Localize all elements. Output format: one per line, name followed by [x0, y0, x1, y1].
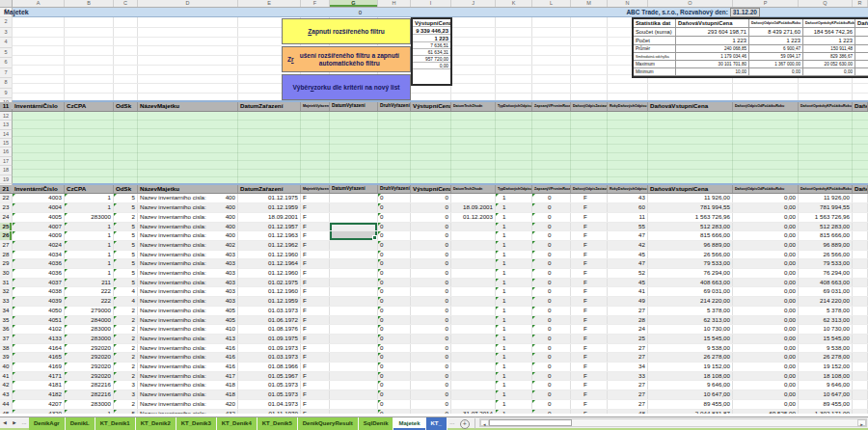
cell-DaňovýOdpisZastaven[interactable]: F: [571, 269, 608, 279]
cell-DatumTechZhodn[interactable]: 18.09.2001: [451, 203, 496, 213]
cell-DatumVyřazení[interactable]: [330, 381, 378, 390]
row-number-28[interactable]: 28: [0, 250, 13, 259]
row-number-40[interactable]: 40: [0, 363, 13, 372]
cell-DruhVyřazení[interactable]: 0: [378, 306, 411, 315]
cell-OdSk[interactable]: 2: [114, 306, 138, 315]
column-header-Daňov[interactable]: Daňov: [853, 185, 868, 194]
column-header-CzCPA[interactable]: CzCPA: [65, 185, 114, 194]
cell-VýstupníCena[interactable]: 0: [411, 240, 451, 250]
cell-InventárníČíslo[interactable]: 4004: [13, 203, 65, 213]
cell-DatumTechZhodn[interactable]: [451, 353, 496, 363]
scroll-right-arrow[interactable]: ▸: [857, 419, 866, 426]
cell-DatumVyřazení[interactable]: [330, 240, 378, 250]
cell-DaňovýOdpisOdPočátkuRoku[interactable]: 0,00: [733, 315, 799, 325]
cell-DaňovýOdpisOdPočátkuRoku[interactable]: 0,00: [733, 399, 799, 409]
cell-RokyDaňovýchOdpisů[interactable]: 27: [608, 353, 648, 363]
column-letter-O[interactable]: O: [648, 0, 733, 7]
cell-TypDaňovýchOdpisů[interactable]: 1: [496, 240, 532, 250]
statistics-row-label[interactable]: Součet (suma): [634, 28, 676, 37]
statistics-value-cell[interactable]: [855, 68, 868, 76]
cell-DaňovýOdpisOdPočátkuRoku[interactable]: 0,00: [733, 306, 799, 315]
cell-Daňov[interactable]: [853, 315, 868, 325]
cell-MajetekVyřazen[interactable]: F: [301, 390, 330, 400]
macro-button-2[interactable]: Zrušení rozšířeného filtru a zapnutí aut…: [282, 46, 411, 72]
cell-NázevMajetku[interactable]: Nazev inventarniho cisla:416: [138, 353, 238, 363]
cell-OdSk[interactable]: 5: [114, 231, 138, 241]
cell-DaňováVstupníCena[interactable]: 96 889,00: [648, 240, 733, 250]
row-number-41[interactable]: 41: [0, 371, 13, 381]
cell-DruhVyřazení[interactable]: 0: [378, 250, 411, 259]
cell-InventárníČíslo[interactable]: 4051: [13, 315, 65, 325]
statistics-value-cell[interactable]: 240 068,85: [676, 45, 749, 53]
cell-DaňovýOdpisZastaven[interactable]: F: [571, 278, 608, 287]
cell-TypDaňovýchOdpisů[interactable]: 1: [496, 212, 532, 222]
cell-CzCPA[interactable]: 222: [65, 297, 114, 307]
cell-DaňovýOdpisOdPočátkuRoku[interactable]: 0,00: [733, 390, 799, 400]
column-header-DaňováVstupníCena[interactable]: DaňováVstupníCena: [648, 185, 733, 194]
statistics-value-cell[interactable]: 20 052 630,00: [803, 61, 855, 68]
cell-ZapsanýVPrvnímRoce[interactable]: 0: [532, 297, 571, 307]
cell-DatumZařazení[interactable]: 01.12.1960: [238, 269, 301, 279]
cell-VýstupníCena[interactable]: 0: [411, 212, 451, 222]
cell-DatumVyřazení[interactable]: [330, 315, 378, 325]
cell-OdSk[interactable]: 5: [114, 259, 138, 269]
cell-DruhVyřazení[interactable]: 0: [378, 259, 411, 269]
sheet-tab-KT_Denik5[interactable]: KT_Denik5: [258, 417, 298, 430]
column-header-DaňováVstupníCena[interactable]: DaňováVstupníCena: [648, 102, 733, 111]
cell-VýstupníCena[interactable]: 0: [411, 250, 451, 259]
statistics-value-cell[interactable]: 6 900,47: [749, 45, 803, 53]
cell-InventárníČíslo[interactable]: 4165: [13, 353, 65, 363]
cell-InventárníČíslo[interactable]: 4207: [13, 399, 65, 409]
vystupni-cena-value-cell[interactable]: 9 339 446,23: [413, 27, 450, 35]
cell-VýstupníCena[interactable]: 0: [411, 399, 451, 409]
cell-RokyDaňovýchOdpisů[interactable]: 34: [608, 363, 648, 372]
cell-OdSk[interactable]: 2: [114, 334, 138, 343]
cell-DaňovéOprávkyKPočátkuRoku[interactable]: 815 666,00: [799, 231, 853, 241]
cell-NázevMajetku[interactable]: Nazev inventarniho cisla:400: [138, 212, 238, 222]
cell-DaňovýOdpisZastaven[interactable]: F: [571, 212, 608, 222]
cell-DaňovéOprávkyKPočátkuRoku[interactable]: 11 926,00: [799, 194, 853, 202]
cell-VýstupníCena[interactable]: 0: [411, 269, 451, 279]
cell-RokyDaňovýchOdpisů[interactable]: 24: [608, 325, 648, 335]
cell-DatumVyřazení[interactable]: [330, 325, 378, 335]
cell-DatumTechZhodn[interactable]: [451, 315, 496, 325]
cell-RokyDaňovýchOdpisů[interactable]: 27: [608, 343, 648, 353]
cell-DaňovéOprávkyKPočátkuRoku[interactable]: 10 730,00: [799, 325, 853, 335]
row-number-43[interactable]: 43: [0, 390, 13, 400]
column-header-DatumZařazení[interactable]: DatumZařazení: [238, 102, 301, 111]
cell-CzCPA[interactable]: 1: [65, 250, 114, 259]
cell-VýstupníCena[interactable]: 0: [411, 371, 451, 381]
column-header-Daňov[interactable]: Daňov: [853, 102, 868, 111]
macro-button-3[interactable]: Výběr vzorku dle kritérií na nový list: [282, 74, 411, 100]
cell-Daňov[interactable]: [853, 203, 868, 213]
cell-MajetekVyřazen[interactable]: F: [301, 399, 330, 409]
cell-VýstupníCena[interactable]: 0: [411, 334, 451, 343]
sheet-tab-DenikAgr[interactable]: DenikAgr: [29, 417, 66, 430]
cell-Daňov[interactable]: [853, 297, 868, 307]
column-header-CzCPA[interactable]: CzCPA: [65, 102, 114, 111]
cell-InventárníČíslo[interactable]: 4050: [13, 306, 65, 315]
cell-DaňovýOdpisOdPočátkuRoku[interactable]: 0,00: [733, 240, 799, 250]
cell-DaňovýOdpisZastaven[interactable]: F: [571, 334, 608, 343]
cell-VýstupníCena[interactable]: 0: [411, 306, 451, 315]
cell-DatumTechZhodn[interactable]: [451, 390, 496, 400]
column-header-DatumTechZhodn[interactable]: DatumTechZhodn: [451, 185, 496, 194]
cell-VýstupníCena[interactable]: 0: [411, 297, 451, 307]
statistics-row-label[interactable]: Počet: [634, 37, 676, 45]
row-number-32[interactable]: 32: [0, 287, 13, 297]
cell-DatumTechZhodn[interactable]: [451, 306, 496, 315]
cell-DaňovéOprávkyKPočátkuRoku[interactable]: 781 994,55: [799, 203, 853, 213]
column-header-OdSk[interactable]: OdSk: [114, 185, 138, 194]
cell-DatumTechZhodn[interactable]: [451, 194, 496, 202]
cell-VýstupníCena[interactable]: 0: [411, 203, 451, 213]
cell-CzCPA[interactable]: 211: [65, 278, 114, 287]
cell-OdSk[interactable]: 5: [114, 250, 138, 259]
cell-TypDaňovýchOdpisů[interactable]: 1: [496, 250, 532, 259]
cell-CzCPA[interactable]: 1: [65, 409, 114, 414]
cell-RokyDaňovýchOdpisů[interactable]: 27: [608, 399, 648, 409]
sheet-tab-KT_Denik4[interactable]: KT_Denik4: [217, 417, 258, 430]
statistics-value-cell[interactable]: [855, 37, 868, 45]
cell-TypDaňovýchOdpisů[interactable]: 1: [496, 259, 532, 269]
cell-ZapsanýVPrvnímRoce[interactable]: 0: [532, 222, 571, 231]
cell-OdSk[interactable]: 5: [114, 278, 138, 287]
